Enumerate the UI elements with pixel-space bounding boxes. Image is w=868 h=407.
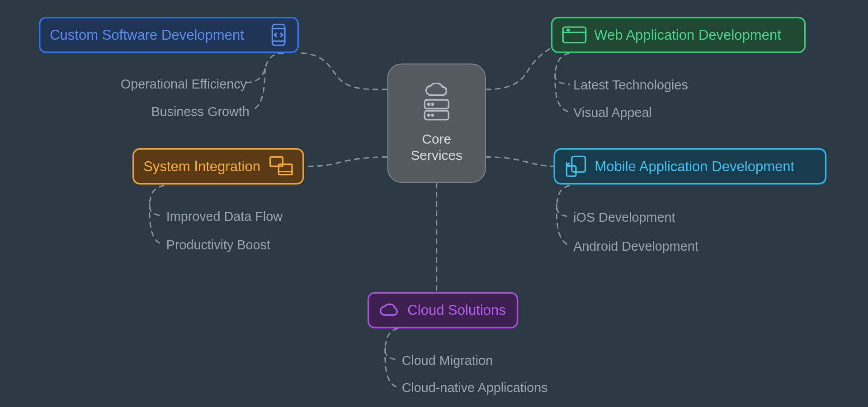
svg-rect-9 bbox=[563, 27, 586, 43]
sub-label: iOS Development bbox=[573, 210, 675, 225]
center-label: CoreServices bbox=[410, 130, 462, 164]
cloud-icon bbox=[378, 302, 400, 318]
branch-label: System Integration bbox=[143, 158, 260, 174]
devices-arrow-icon bbox=[565, 155, 588, 177]
sub-label: Improved Data Flow bbox=[166, 209, 283, 224]
branch-label: Mobile Application Development bbox=[594, 158, 794, 174]
diagram-canvas: CoreServices Custom Software Development… bbox=[28, 6, 840, 401]
browser-icon bbox=[562, 26, 587, 43]
branch-system-integration: System Integration bbox=[132, 148, 304, 184]
branch-cloud-solutions: Cloud Solutions bbox=[368, 292, 518, 328]
branch-custom-software: Custom Software Development bbox=[39, 17, 299, 53]
branch-label: Cloud Solutions bbox=[407, 302, 505, 318]
sub-label: Operational Efficiency bbox=[119, 76, 247, 91]
server-cloud-icon bbox=[416, 82, 457, 123]
svg-point-5 bbox=[432, 114, 433, 115]
svg-rect-14 bbox=[572, 156, 585, 172]
monitors-icon bbox=[269, 156, 293, 177]
sub-label: Productivity Boost bbox=[166, 237, 270, 252]
branch-label: Web Application Development bbox=[594, 27, 781, 43]
sub-label: Cloud Migration bbox=[402, 353, 493, 368]
branch-label: Custom Software Development bbox=[50, 27, 244, 43]
svg-point-2 bbox=[428, 103, 429, 104]
svg-point-4 bbox=[428, 114, 429, 115]
branch-mobile-app: Mobile Application Development bbox=[554, 148, 827, 184]
svg-rect-12 bbox=[278, 164, 292, 174]
sub-label: Visual Appeal bbox=[573, 105, 652, 120]
mobile-code-icon bbox=[269, 23, 288, 46]
sub-label: Cloud-native Applications bbox=[402, 380, 548, 395]
sub-label: Latest Technologies bbox=[573, 77, 688, 92]
sub-label: Business Growth bbox=[151, 104, 250, 119]
center-node-core-services: CoreServices bbox=[387, 63, 486, 183]
sub-label: Android Development bbox=[573, 239, 698, 253]
svg-point-3 bbox=[432, 103, 433, 104]
branch-web-app: Web Application Development bbox=[551, 17, 806, 53]
